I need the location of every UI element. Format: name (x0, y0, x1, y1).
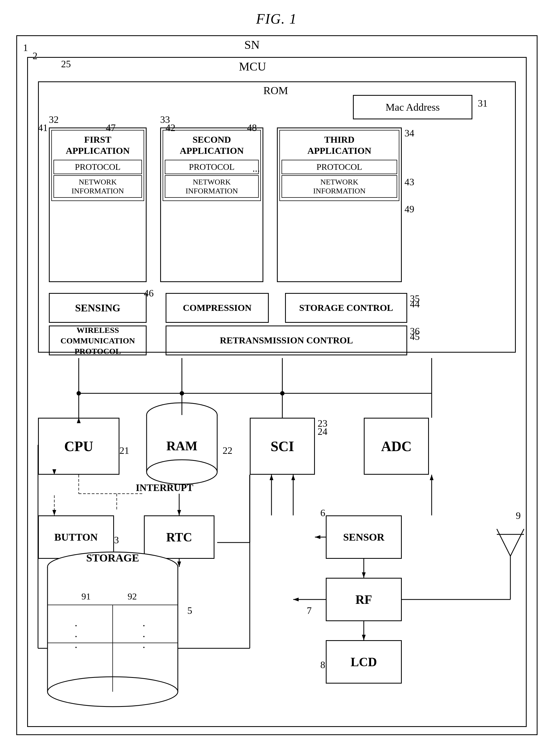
storage-control-box: STORAGE CONTROL (285, 293, 407, 323)
rtc-label: RTC (166, 530, 192, 544)
third-application-box: THIRDAPPLICATION PROTOCOL NETWORKINFORMA… (277, 127, 402, 282)
second-app-inner: SECONDAPPLICATION PROTOCOL NETWORKINFORM… (163, 130, 261, 201)
first-application-box: FIRSTAPPLICATION PROTOCOL NETWORKINFORMA… (49, 127, 147, 282)
adc-box: ADC (364, 418, 429, 475)
cpu-box: CPU (38, 418, 120, 475)
compression-box: COMPRESSION (166, 293, 269, 323)
sensing-box: SENSING (49, 293, 147, 323)
first-app-network: NETWORKINFORMATION (54, 175, 142, 198)
cpu-label: CPU (64, 438, 93, 454)
first-app-protocol: PROTOCOL (54, 160, 142, 174)
sci-box: SCI (250, 418, 315, 475)
first-app-inner: FIRSTAPPLICATION PROTOCOL NETWORKINFORMA… (51, 130, 144, 201)
lcd-box: LCD (326, 640, 402, 683)
button-box: BUTTON (38, 515, 114, 559)
wireless-label: WIRELESS COMMUNICATIONPROTOCOL (50, 325, 146, 357)
button-label: BUTTON (54, 531, 98, 543)
page-title: FIG. 1 (256, 11, 297, 27)
sensing-label: SENSING (75, 302, 121, 314)
third-app-inner: THIRDAPPLICATION PROTOCOL NETWORKINFORMA… (280, 130, 399, 201)
third-app-protocol: PROTOCOL (282, 160, 397, 174)
rf-label: RF (356, 592, 372, 607)
ellipsis: ... (252, 163, 260, 174)
sci-label: SCI (271, 438, 294, 454)
mac-address-box: Mac Address (353, 95, 472, 119)
rom-label: ROM (263, 84, 288, 97)
lcd-label: LCD (350, 655, 377, 669)
wireless-protocol-box: WIRELESS COMMUNICATIONPROTOCOL (49, 325, 147, 355)
retransmission-control-box: RETRANSMISSION CONTROL (166, 325, 407, 355)
third-app-network: NETWORKINFORMATION (282, 175, 397, 198)
third-app-title: THIRDAPPLICATION (282, 132, 397, 159)
second-app-network: NETWORKINFORMATION (165, 175, 259, 198)
second-application-box: SECONDAPPLICATION PROTOCOL NETWORKINFORM… (160, 127, 263, 282)
adc-label: ADC (381, 438, 412, 454)
first-app-title: FIRSTAPPLICATION (54, 132, 142, 159)
mac-address-label: Mac Address (386, 101, 440, 113)
retransmission-label: RETRANSMISSION CONTROL (220, 335, 353, 346)
sensor-box: SENSOR (326, 515, 402, 559)
storage-control-label: STORAGE CONTROL (299, 303, 393, 313)
rtc-box: RTC (144, 515, 215, 559)
rf-box: RF (326, 578, 402, 621)
mcu-label: MCU (239, 60, 266, 74)
sn-label: SN (244, 38, 259, 52)
sensor-label: SENSOR (343, 531, 384, 543)
second-app-protocol: PROTOCOL (165, 160, 259, 174)
second-app-title: SECONDAPPLICATION (165, 132, 259, 159)
compression-label: COMPRESSION (183, 303, 251, 313)
